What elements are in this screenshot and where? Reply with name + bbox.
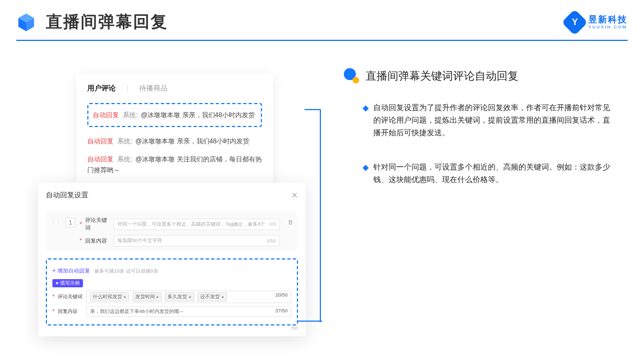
brand-name: 昱新科技 bbox=[588, 15, 628, 24]
highlighted-comment: 自动回复 系统: @冰墩墩本墩 亲亲，我们48小时内发货 bbox=[87, 103, 262, 127]
illustration-column: 用户评论 | 待播商品 自动回复 系统: @冰墩墩本墩 亲亲，我们48小时内发货… bbox=[38, 74, 306, 208]
brand-sub: YUUXIN.COM bbox=[588, 25, 628, 29]
header-left: 直播间弹幕回复 bbox=[16, 11, 168, 33]
system-label: 系统: bbox=[117, 155, 132, 163]
required-dot-icon: * bbox=[52, 309, 55, 315]
tag-chip-4[interactable]: 还不发货× bbox=[198, 292, 226, 301]
settings-row-1: ⋮⋮ 1 * 评论关键词 对同一个问题，可设置多个相近、高频的关键词，Tag确定… bbox=[46, 212, 298, 251]
keyword-counter: 0/5 bbox=[269, 221, 276, 227]
bullet-text-2: 针对同一个问题，可设置多个相近的、高频的关键词。例如：这款多少钱、这块能优惠吗、… bbox=[373, 161, 613, 186]
required-dot-icon: * bbox=[80, 221, 82, 227]
bullet-text-1: 自动回复设置为了提升作者的评论回复效率，作者可在开播前针对常见的评论用户问题，提… bbox=[373, 102, 613, 140]
example-badge: ● 填写示例 bbox=[52, 279, 83, 287]
content-placeholder: 每条限50个中文字符 bbox=[117, 237, 162, 244]
keyword-label: 评论关键词 bbox=[85, 216, 110, 232]
comment-row-2: 自动回复 系统: @冰墩墩本墩 亲亲，我们48小时内发货 bbox=[87, 136, 262, 147]
index-badge: 1 bbox=[65, 218, 75, 227]
page-title: 直播间弹幕回复 bbox=[46, 11, 168, 33]
cube-icon bbox=[16, 13, 36, 32]
diamond-bullet-icon bbox=[362, 165, 368, 171]
add-hint-text: 最多可建10条 还可以创建9条 bbox=[94, 268, 158, 274]
comment-text: @冰墩墩本墩 亲亲，我们48小时内发货 bbox=[135, 137, 249, 145]
example-keyword-field[interactable]: 什么时候发货× 发货时间× 多久发货× 还不发货× 20/50 bbox=[86, 291, 291, 303]
section-subtitle: 直播间弹幕关键词评论自动回复 bbox=[366, 69, 518, 83]
example-content-field[interactable]: 亲，我们这边都是下单48小时内发货的哦～ 37/50 bbox=[86, 306, 291, 317]
keyword-input[interactable]: 对同一个问题，可设置多个相近、高频的关键词，Tag确定，最多5个 0/5 bbox=[114, 219, 280, 230]
system-label: 系统: bbox=[123, 111, 138, 119]
bullet-item-1: 自动回复设置为了提升作者的评论回复效率，作者可在开播前针对常见的评论用户问题，提… bbox=[344, 102, 622, 140]
example-content-text: 亲，我们这边都是下单48小时内发货的哦～ bbox=[90, 308, 184, 315]
tab-pending-goods[interactable]: 待播商品 bbox=[139, 83, 168, 93]
auto-reply-badge: 自动回复 bbox=[87, 137, 114, 145]
tag-chip-3[interactable]: 多久发货× bbox=[165, 292, 194, 301]
example-highlight-box: + 增加自动回复 最多可建10条 还可以创建9条 ● 填写示例 * 评论关键词 … bbox=[46, 258, 298, 325]
brand-block: 昱新科技 YUUXIN.COM bbox=[565, 13, 628, 32]
example-content-label: 回复内容 bbox=[58, 308, 83, 315]
example-keyword-label: 评论关键词 bbox=[58, 293, 83, 300]
content-label: 回复内容 bbox=[85, 237, 110, 245]
content-counter: 0/50 bbox=[266, 238, 276, 244]
system-label: 系统: bbox=[117, 137, 132, 145]
comment-text: @冰墩墩本墩 亲亲，我们48小时内发货 bbox=[141, 111, 255, 119]
tag-chip-1[interactable]: 什么时候发货× bbox=[90, 292, 129, 301]
trash-icon[interactable]: 🗑 bbox=[288, 219, 294, 225]
explanation-column: 直播间弹幕关键词评论自动回复 自动回复设置为了提升作者的评论回复效率，作者可在开… bbox=[344, 74, 622, 208]
connector-line-1 bbox=[305, 109, 321, 110]
tab-separator: | bbox=[127, 83, 128, 93]
panel-bottom-counter: /50 bbox=[291, 325, 298, 331]
required-dot-icon: * bbox=[80, 238, 82, 244]
brand-logo-icon bbox=[562, 9, 588, 35]
section-subheading: 直播间弹幕关键词评论自动回复 bbox=[344, 68, 622, 83]
connector-line-2 bbox=[297, 321, 322, 322]
comment-row-3: 自动回复 系统: @冰墩墩本墩 关注我们的店铺，每日都有热门推荐哟～ bbox=[87, 154, 262, 176]
auto-reply-settings-panel: 自动回复设置 ✕ ⋮⋮ 1 * 评论关键词 对同一个问题，可设置多个相近、高频的… bbox=[38, 183, 306, 336]
auto-reply-badge: 自动回复 bbox=[87, 155, 114, 163]
keyword-placeholder: 对同一个问题，可设置多个相近、高频的关键词，Tag确定，最多5个 bbox=[117, 221, 266, 228]
comment-row-1: 自动回复 系统: @冰墩墩本墩 亲亲，我们48小时内发货 bbox=[93, 110, 257, 120]
comment-tabs: 用户评论 | 待播商品 bbox=[87, 83, 262, 93]
auto-reply-badge: 自动回复 bbox=[93, 111, 119, 119]
diamond-bullet-icon bbox=[362, 105, 368, 111]
content-input[interactable]: 每条限50个中文字符 0/50 bbox=[114, 235, 280, 246]
tab-user-comments[interactable]: 用户评论 bbox=[87, 83, 116, 93]
example-content-counter: 37/50 bbox=[275, 308, 288, 315]
panel-title: 自动回复设置 bbox=[46, 190, 88, 200]
example-kw-counter: 20/50 bbox=[275, 292, 288, 301]
tag-chip-2[interactable]: 发货时间× bbox=[133, 292, 162, 301]
close-icon[interactable]: ✕ bbox=[291, 191, 298, 200]
bubble-icon bbox=[344, 68, 359, 83]
bullet-item-2: 针对同一个问题，可设置多个相近的、高频的关键词。例如：这款多少钱、这块能优惠吗、… bbox=[344, 161, 622, 186]
page-header: 直播间弹幕回复 昱新科技 YUUXIN.COM bbox=[0, 0, 644, 40]
add-auto-reply-link[interactable]: + 增加自动回复 bbox=[52, 268, 90, 274]
drag-handle-icon[interactable]: ⋮⋮ bbox=[50, 216, 61, 225]
required-dot-icon: * bbox=[52, 294, 55, 300]
